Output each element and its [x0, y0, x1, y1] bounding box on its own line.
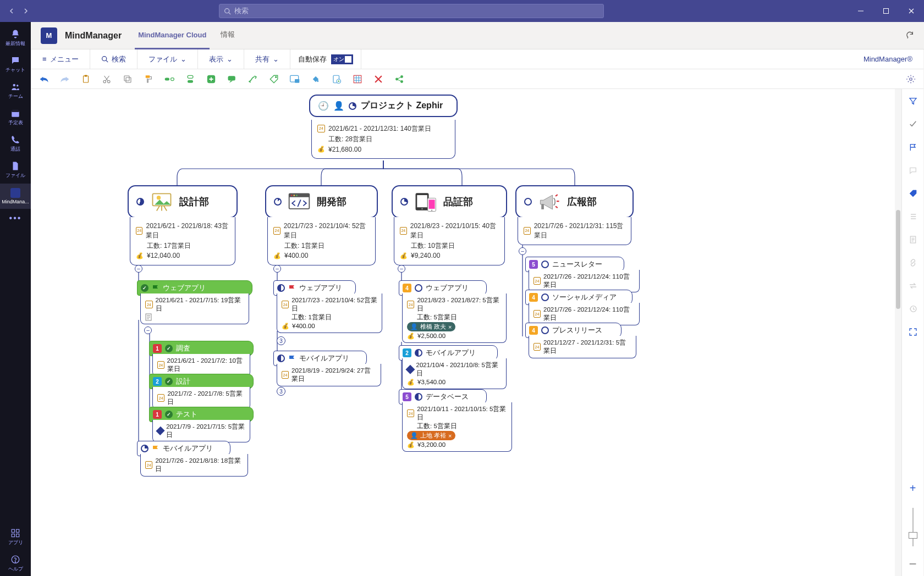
zoom-slider[interactable]	[912, 508, 914, 546]
svg-point-35	[396, 78, 398, 80]
search-placeholder: 検索	[234, 6, 249, 16]
add-topic-icon[interactable]	[205, 73, 217, 85]
rail-mindmanager[interactable]: MindMana...	[0, 184, 31, 209]
file-button[interactable]: ファイル⌄	[138, 49, 198, 69]
search-button[interactable]: 検索	[90, 49, 138, 69]
table-icon[interactable]	[351, 73, 364, 85]
child-count[interactable]: 3	[277, 387, 285, 396]
copy-icon[interactable]	[122, 73, 134, 85]
svg-rect-50	[429, 200, 435, 209]
rail-calendar[interactable]: 予定表	[0, 104, 31, 130]
collapse-toggle[interactable]: –	[519, 247, 526, 255]
dept-pr[interactable]: 広報部	[515, 185, 634, 218]
checkmark-icon[interactable]	[908, 119, 919, 130]
flag-tool-icon[interactable]	[908, 142, 919, 153]
attach-icon[interactable]	[331, 73, 343, 85]
teams-left-rail: 最新情報 チャット チーム 予定表 通話 ファイル MindMana... ••…	[0, 22, 31, 576]
rail-apps[interactable]: アプリ	[0, 524, 31, 550]
settings-icon[interactable]	[905, 73, 917, 85]
share-icon[interactable]	[393, 73, 405, 85]
rail-files[interactable]: ファイル	[0, 157, 31, 182]
cut-icon[interactable]	[101, 73, 113, 85]
rail-more[interactable]: •••	[0, 210, 31, 226]
collapse-toggle[interactable]: –	[144, 326, 152, 334]
window-maximize-icon[interactable]	[873, 0, 899, 22]
tab-cloud[interactable]: MindManager Cloud	[135, 22, 210, 49]
rail-calls[interactable]: 通話	[0, 131, 31, 156]
format-painter-icon[interactable]	[142, 73, 155, 85]
tag-icon[interactable]	[268, 73, 280, 85]
tag-tool-icon[interactable]	[908, 188, 919, 199]
dept-design[interactable]: 設計部	[128, 185, 238, 218]
svg-rect-16	[84, 76, 89, 82]
window-minimize-icon[interactable]	[848, 0, 873, 22]
boundary-icon[interactable]	[289, 73, 301, 85]
add-sibling-icon[interactable]	[184, 73, 196, 85]
chip-remove-icon[interactable]: ×	[448, 324, 452, 330]
svg-point-4	[13, 84, 16, 86]
dept-qa[interactable]: 品証部	[392, 185, 507, 218]
megaphone-icon	[536, 191, 563, 213]
zoom-in-icon[interactable]: +	[908, 483, 919, 494]
svg-rect-17	[85, 75, 87, 76]
child-count[interactable]: 3	[277, 336, 285, 345]
zoom-out-icon[interactable]: −	[908, 558, 919, 569]
person-chip[interactable]: 👤 椎橋 政夫 ×	[407, 322, 455, 331]
collapse-toggle[interactable]: –	[273, 265, 281, 273]
vertical-scrollbar[interactable]	[895, 89, 901, 576]
svg-line-1	[229, 12, 230, 14]
root-node[interactable]: 🕘 👤 プロジェクト Zephir	[309, 95, 458, 117]
svg-point-40	[157, 196, 161, 200]
window-close-icon[interactable]	[899, 0, 924, 22]
add-callout-icon[interactable]	[226, 73, 238, 85]
collapse-toggle[interactable]: –	[135, 265, 142, 273]
nav-back-icon[interactable]	[7, 6, 16, 16]
menu-button[interactable]: ≡メニュー	[31, 49, 90, 69]
rail-teams[interactable]: チーム	[0, 78, 31, 103]
tab-info[interactable]: 情報	[217, 22, 238, 49]
history-tool-icon[interactable]	[908, 303, 919, 314]
svg-point-45	[296, 195, 298, 196]
delete-icon[interactable]	[372, 73, 384, 85]
rail-help[interactable]: ヘルプ	[0, 551, 31, 576]
root-title: プロジェクト Zephir	[361, 100, 443, 112]
fit-tool-icon[interactable]	[908, 326, 919, 337]
view-button[interactable]: 表示⌄	[198, 49, 244, 69]
person-chip[interactable]: 👤 上地 孝裕 ×	[407, 431, 455, 440]
titlebar-search[interactable]: 検索	[219, 4, 604, 18]
relationship-icon[interactable]	[247, 73, 259, 85]
add-subtopic-icon[interactable]	[163, 73, 175, 85]
teams-titlebar: 検索	[0, 0, 924, 22]
svg-point-36	[401, 75, 403, 77]
rail-activity[interactable]: 最新情報	[0, 25, 31, 51]
autosave-toggle[interactable]: 自動保存 オン	[290, 49, 361, 69]
progress-icon	[349, 102, 356, 110]
svg-rect-26	[188, 80, 193, 82]
chip-remove-icon[interactable]: ×	[448, 433, 452, 439]
filter-icon[interactable]	[908, 96, 919, 107]
reload-icon[interactable]	[905, 30, 914, 41]
mindmap-canvas[interactable]: 🕘 👤 プロジェクト Zephir 242021/6/21 - 2021/12/…	[31, 89, 923, 576]
redo-icon[interactable]	[59, 73, 71, 85]
svg-point-5	[16, 85, 18, 86]
notes-tool-icon[interactable]	[908, 234, 919, 245]
paste-icon[interactable]	[80, 73, 92, 85]
undo-icon[interactable]	[38, 73, 50, 85]
fill-icon[interactable]	[310, 73, 322, 85]
progress-ring-icon	[141, 445, 148, 452]
svg-point-0	[225, 8, 229, 13]
svg-rect-31	[295, 79, 299, 83]
right-tool-panel: + −	[901, 89, 923, 576]
share-button[interactable]: 共有⌄	[244, 49, 290, 69]
link-tool-icon[interactable]	[908, 257, 919, 268]
rail-chat[interactable]: チャット	[0, 52, 31, 77]
collapse-toggle[interactable]: –	[398, 265, 405, 273]
dept-dev[interactable]: 開発部	[265, 185, 378, 218]
svg-point-51	[431, 210, 432, 211]
svg-point-44	[293, 195, 295, 196]
scrollbar-thumb[interactable]	[896, 210, 900, 309]
swap-tool-icon[interactable]	[908, 280, 919, 291]
nav-forward-icon[interactable]	[21, 6, 31, 16]
chat-tool-icon[interactable]	[908, 165, 919, 176]
list-tool-icon[interactable]	[908, 211, 919, 222]
